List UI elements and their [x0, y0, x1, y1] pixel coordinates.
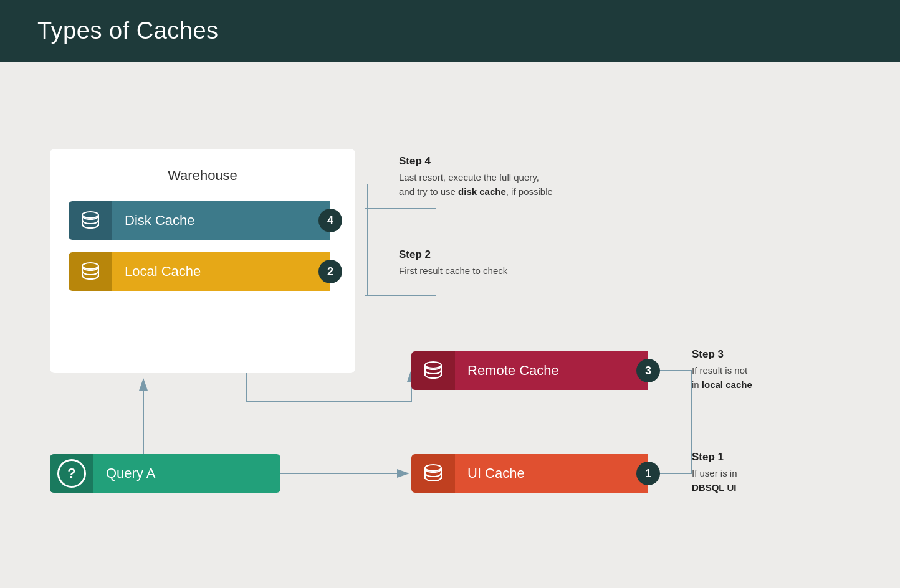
query-a-row: ? Query A [50, 454, 280, 493]
disk-cache-icon-box [69, 201, 112, 240]
step-2-text: First result cache to check [399, 264, 507, 278]
step-4-title: Step 4 [399, 155, 553, 168]
step-4-description: Step 4 Last resort, execute the full que… [399, 155, 553, 199]
svg-point-17 [425, 362, 441, 368]
ui-cache-label: UI Cache [455, 454, 648, 493]
step-2-description: Step 2 First result cache to check [399, 249, 507, 278]
local-cache-db-icon [79, 260, 102, 283]
step-1-title: Step 1 [692, 451, 737, 463]
remote-cache-db-icon [421, 359, 445, 382]
step-1-description: Step 1 If user is in DBSQL UI [692, 451, 737, 495]
local-cache-step-badge: 2 [318, 260, 342, 283]
warehouse-label: Warehouse [69, 168, 337, 184]
local-cache-icon-box [69, 252, 112, 291]
step-1-text: If user is in DBSQL UI [692, 467, 737, 495]
svg-point-14 [82, 263, 98, 269]
ui-cache-icon-box [411, 454, 455, 493]
main-content: Warehouse Disk Cache 4 [0, 62, 900, 588]
local-cache-label: Local Cache [112, 252, 330, 291]
disk-cache-row: Disk Cache 4 [69, 201, 337, 240]
step-4-text: Last resort, execute the full query, and… [399, 171, 553, 199]
step-2-title: Step 2 [399, 249, 507, 261]
disk-cache-step-badge: 4 [318, 209, 342, 232]
query-circle-icon: ? [57, 459, 86, 488]
svg-point-20 [425, 465, 441, 471]
remote-cache-step-badge: 3 [636, 359, 660, 382]
step-3-description: Step 3 If result is not in local cache [692, 348, 752, 392]
remote-cache-label: Remote Cache [455, 351, 648, 390]
svg-point-11 [82, 212, 98, 218]
local-cache-row: Local Cache 2 [69, 252, 337, 291]
step-3-title: Step 3 [692, 348, 752, 361]
query-a-icon-box: ? [50, 454, 93, 493]
remote-cache-icon-box [411, 351, 455, 390]
remote-cache-row: Remote Cache 3 [411, 351, 648, 390]
page-title: Types of Caches [37, 17, 863, 44]
header: Types of Caches [0, 0, 900, 62]
ui-cache-db-icon [421, 462, 445, 485]
ui-cache-step-badge: 1 [636, 462, 660, 485]
disk-cache-db-icon [79, 209, 102, 232]
disk-cache-label: Disk Cache [112, 201, 330, 240]
warehouse-box: Warehouse Disk Cache 4 [50, 149, 355, 373]
ui-cache-row: UI Cache 1 [411, 454, 648, 493]
step-3-text: If result is not in local cache [692, 364, 752, 392]
query-a-label: Query A [93, 454, 280, 493]
